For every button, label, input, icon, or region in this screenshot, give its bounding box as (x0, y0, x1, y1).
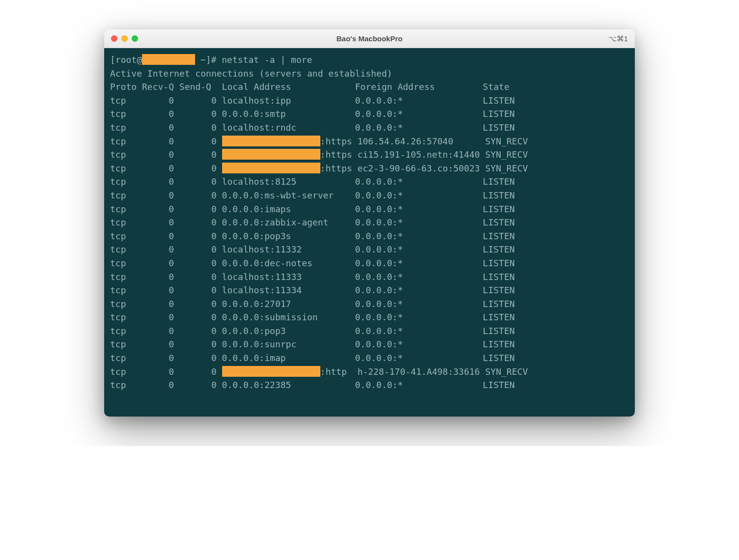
redacted-hostname (142, 54, 195, 65)
table-row: tcp 0 0 0.0.0.0:pop3s 0.0.0.0:* LISTEN (110, 229, 629, 243)
minimize-icon[interactable] (121, 35, 128, 42)
table-row: tcp 0 0 :https 106.54.64.26:57040 SYN_RE… (110, 135, 629, 148)
table-row: tcp 0 0 localhost:11334 0.0.0.0:* LISTEN (110, 283, 629, 297)
close-icon[interactable] (111, 35, 117, 42)
window-titlebar[interactable]: Bao's MacbookPro ⌥⌘1 (104, 29, 635, 48)
table-row: tcp 0 0 0.0.0.0:imaps 0.0.0.0:* LISTEN (110, 202, 629, 216)
table-row: tcp 0 0 localhost:11333 0.0.0.0:* LISTEN (110, 270, 629, 284)
traffic-lights (111, 35, 138, 42)
table-row: tcp 0 0 0.0.0.0:27017 0.0.0.0:* LISTEN (110, 297, 629, 311)
table-row: tcp 0 0 0.0.0.0:sunrpc 0.0.0.0:* LISTEN (110, 337, 629, 351)
keyboard-shortcut: ⌥⌘1 (608, 34, 628, 43)
column-header: Proto Recv-Q Send-Q Local Address Foreig… (110, 80, 629, 94)
table-row: tcp 0 0 0.0.0.0:pop3 0.0.0.0:* LISTEN (110, 324, 629, 338)
table-row: tcp 0 0 :http h-228-170-41.A498:33616 SY… (110, 365, 629, 379)
table-row: tcp 0 0 localhost:11332 0.0.0.0:* LISTEN (110, 243, 629, 256)
table-row: tcp 0 0 0.0.0.0:22385 0.0.0.0:* LISTEN (110, 378, 629, 392)
maximize-icon[interactable] (132, 35, 138, 42)
table-row: tcp 0 0 :https ec2-3-90-66-63.co:50023 S… (110, 162, 629, 175)
header-line: Active Internet connections (servers and… (110, 67, 629, 81)
redacted-address (222, 136, 320, 146)
terminal-window: Bao's MacbookPro ⌥⌘1 [root@ ~]# netstat … (104, 29, 635, 417)
table-row: tcp 0 0 localhost:8125 0.0.0.0:* LISTEN (110, 175, 629, 189)
table-row: tcp 0 0 0.0.0.0:zabbix-agent 0.0.0.0:* L… (110, 216, 629, 229)
redacted-address (222, 366, 320, 377)
redacted-address (222, 149, 320, 160)
table-row: tcp 0 0 localhost:ipp 0.0.0.0:* LISTEN (110, 94, 629, 108)
table-row: tcp 0 0 0.0.0.0:submission 0.0.0.0:* LIS… (110, 310, 629, 324)
redacted-address (222, 163, 320, 173)
window-title: Bao's MacbookPro (104, 34, 635, 43)
table-row: tcp 0 0 :https ci15.191-105.netn:41440 S… (110, 148, 629, 162)
table-row: tcp 0 0 0.0.0.0:dec-notes 0.0.0.0:* LIST… (110, 256, 629, 270)
prompt-line: [root@ ~]# netstat -a | more (110, 53, 629, 67)
table-row: tcp 0 0 0.0.0.0:smtp 0.0.0.0:* LISTEN (110, 107, 629, 121)
table-row: tcp 0 0 localhost:rndc 0.0.0.0:* LISTEN (110, 121, 629, 135)
table-row: tcp 0 0 0.0.0.0:ms-wbt-server 0.0.0.0:* … (110, 189, 629, 202)
terminal-output[interactable]: [root@ ~]# netstat -a | moreActive Inter… (104, 48, 635, 417)
table-row: tcp 0 0 0.0.0.0:imap 0.0.0.0:* LISTEN (110, 351, 629, 365)
